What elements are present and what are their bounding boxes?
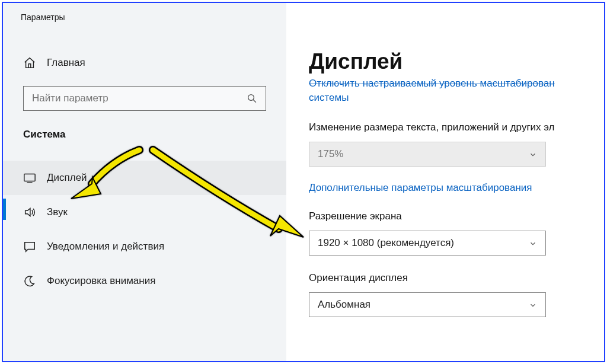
orientation-label: Ориентация дисплея (309, 272, 604, 284)
search-input[interactable] (32, 92, 234, 104)
sidebar: Параметры Главная Система (3, 3, 286, 361)
section-header-system: Система (3, 111, 286, 141)
link-line1: Отключить настраиваемый уровень масштаби… (309, 76, 599, 91)
resolution-value: 1920 × 1080 (рекомендуется) (318, 237, 454, 249)
sidebar-item-label: Уведомления и действия (47, 241, 164, 253)
resolution-label: Разрешение экрана (309, 210, 604, 222)
active-indicator (3, 199, 6, 220)
search-icon (247, 93, 257, 104)
resolution-select[interactable]: 1920 × 1080 (рекомендуется) (309, 231, 546, 256)
scale-select[interactable]: 175% (309, 142, 546, 167)
search-box[interactable] (23, 86, 266, 111)
orientation-value: Альбомная (318, 299, 370, 311)
sidebar-item-notifications[interactable]: Уведомления и действия (3, 229, 286, 264)
orientation-select[interactable]: Альбомная (309, 292, 546, 317)
text-size-label: Изменение размера текста, приложений и д… (309, 122, 604, 133)
settings-window: Параметры Главная Система (2, 2, 605, 362)
home-icon (23, 56, 36, 69)
nav-list: Дисплей Звук Уведомления и действия (3, 161, 286, 298)
svg-line-1 (253, 100, 256, 103)
sidebar-item-label: Дисплей (47, 172, 87, 184)
monitor-icon (23, 171, 36, 184)
chevron-down-icon (529, 301, 537, 309)
svg-point-0 (248, 95, 254, 101)
sidebar-item-sound[interactable]: Звук (3, 195, 286, 229)
chat-icon (23, 240, 36, 253)
sidebar-item-label: Звук (47, 206, 68, 218)
app-title: Параметры (3, 3, 286, 22)
page-title: Дисплей (309, 49, 604, 74)
home-button[interactable]: Главная (3, 56, 286, 69)
sidebar-item-focus[interactable]: Фокусировка внимания (3, 264, 286, 298)
home-label: Главная (47, 57, 85, 69)
sidebar-item-display[interactable]: Дисплей (3, 161, 286, 195)
scale-value: 175% (318, 148, 343, 160)
svg-rect-2 (24, 174, 35, 181)
speaker-icon (23, 206, 36, 219)
link-line2: системы (309, 92, 349, 103)
moon-icon (23, 274, 36, 288)
chevron-down-icon (529, 239, 537, 247)
sidebar-item-label: Фокусировка внимания (47, 275, 155, 287)
advanced-scaling-link[interactable]: Дополнительные параметры масштабирования (309, 182, 604, 194)
chevron-down-icon (529, 150, 537, 158)
disable-custom-scale-link[interactable]: Отключить настраиваемый уровень масштаби… (309, 76, 604, 105)
main-pane: Дисплей Отключить настраиваемый уровень … (286, 3, 604, 361)
